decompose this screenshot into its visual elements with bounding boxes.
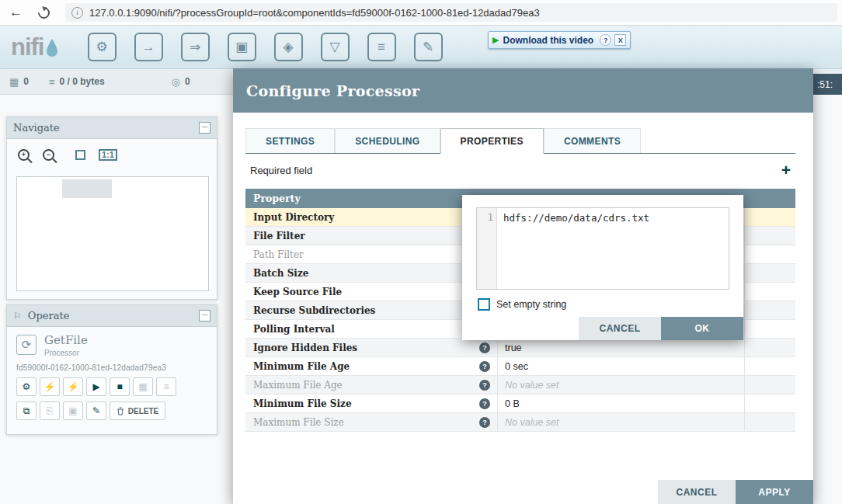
property-value[interactable]: No value set (497, 413, 744, 431)
lightning-slash-icon: ⚡ (68, 381, 79, 392)
address-bar[interactable]: i 127.0.0.1:9090/nifi/?processGroupId=ro… (65, 3, 837, 22)
enable-button[interactable]: ⚡ (40, 377, 60, 396)
property-name: Minimum File Age (253, 361, 350, 372)
table-row[interactable]: Maximum File Age? No value set (245, 376, 795, 395)
trash-icon (117, 407, 124, 415)
required-field-row: Required field + (250, 162, 795, 178)
fill-color-button[interactable]: ✎ (86, 401, 106, 420)
required-field-label: Required field (250, 165, 312, 176)
component-name: GetFile (44, 335, 88, 346)
tab-comments[interactable]: COMMENTS (544, 128, 641, 153)
funnel-icon[interactable]: ▽ (321, 33, 350, 61)
stat-transmitting-value: 0 (185, 76, 190, 87)
help-icon[interactable]: ? (479, 342, 490, 353)
disable-button[interactable]: ⚡ (63, 377, 83, 396)
table-row[interactable]: Maximum File Size? No value set (245, 413, 795, 432)
start-button[interactable]: ▶ (86, 377, 106, 396)
property-value[interactable]: No value set (497, 376, 744, 394)
editor-ok-button[interactable]: OK (661, 317, 743, 340)
table-row[interactable]: Minimum File Age? 0 sec (245, 357, 795, 376)
help-icon[interactable]: ? (479, 398, 490, 409)
paste-button[interactable]: ⎘ (40, 401, 60, 420)
property-value[interactable]: 0 sec (497, 357, 744, 375)
operate-buttons-row-1: ⚙ ⚡ ⚡ ▶ ■ ▦ ≡ (7, 372, 217, 396)
property-name: Input Directory (253, 212, 334, 223)
zoom-actual-size-button[interactable]: 1:1 (99, 149, 117, 161)
operate-panel: ⚐ Operate − ⟳ GetFile Processor fd59000f… (6, 304, 217, 435)
configure-button[interactable]: ⚙ (16, 377, 37, 396)
property-name: Batch Size (253, 268, 308, 279)
reload-icon[interactable] (36, 4, 52, 20)
input-port-icon[interactable]: → (134, 33, 163, 61)
copy-icon: ⧉ (23, 405, 30, 416)
table-row[interactable]: Minimum File Size? 0 B (245, 395, 795, 413)
component-type: Processor (44, 349, 88, 357)
template-button[interactable]: ≡ (156, 377, 176, 396)
plus-icon: + (19, 150, 28, 159)
download-video-overlay[interactable]: ▶ Download this video ? X (488, 31, 631, 49)
property-value[interactable]: true (497, 339, 744, 356)
stat-queued-value: 0 / 0 bytes (60, 76, 105, 87)
help-icon[interactable]: ? (479, 380, 490, 391)
set-empty-string-checkbox[interactable] (478, 298, 490, 311)
editor-cancel-button[interactable]: CANCEL (579, 317, 661, 340)
property-value[interactable]: 0 B (497, 395, 744, 412)
gear-icon: ⚙ (23, 381, 31, 392)
stop-icon: ■ (117, 381, 122, 392)
operate-panel-header: ⚐ Operate − (7, 305, 217, 327)
tab-scheduling[interactable]: SCHEDULING (335, 128, 440, 153)
tab-settings[interactable]: SETTINGS (245, 128, 335, 153)
zoom-fit-button[interactable] (75, 150, 85, 160)
table-row[interactable]: Ignore Hidden Files? true (245, 339, 795, 357)
operate-collapse-icon[interactable]: − (199, 310, 210, 322)
nifi-header-toolbar: nifi ⚙ → ⇒ ▣ ◈ ▽ ≡ ✎ (0, 26, 842, 69)
site-info-icon[interactable]: i (71, 7, 83, 19)
property-name: Path Filter (253, 249, 304, 260)
add-property-button[interactable]: + (781, 162, 791, 178)
remote-process-group-icon[interactable]: ◈ (274, 33, 303, 61)
zoom-in-button[interactable]: + (18, 149, 30, 161)
download-help-icon[interactable]: ? (600, 34, 611, 46)
download-close-icon[interactable]: X (614, 34, 626, 46)
delete-button[interactable]: DELETE (110, 401, 165, 420)
property-name: File Filter (253, 231, 305, 242)
property-name: Minimum File Size (253, 398, 352, 409)
property-name: Maximum File Age (253, 380, 343, 391)
output-port-icon[interactable]: ⇒ (181, 33, 210, 61)
dialog-cancel-button[interactable]: CANCEL (658, 480, 736, 504)
component-id: fd59000f-0162-1000-81ed-12dadad79ea3 (7, 357, 217, 372)
ungroup-button[interactable]: ▣ (63, 401, 83, 420)
copy-button[interactable]: ⧉ (16, 401, 37, 420)
template-small-icon: ≡ (163, 381, 169, 392)
minimap[interactable] (16, 176, 209, 291)
property-name: Ignore Hidden Files (253, 342, 357, 353)
circle-icon: ◎ (172, 76, 180, 88)
download-video-label[interactable]: Download this video (503, 35, 593, 46)
back-icon[interactable]: ← (9, 5, 23, 20)
stat-threads-value: 0 (23, 76, 29, 87)
help-icon[interactable]: ? (479, 417, 490, 428)
value-editor-text[interactable]: hdfs://demo/data/cdrs.txt (497, 208, 656, 289)
ungroup-icon: ▣ (68, 405, 77, 416)
minimap-viewport[interactable] (62, 179, 112, 198)
processor-icon[interactable]: ⚙ (88, 33, 117, 61)
nifi-logo: nifi (11, 36, 60, 59)
tab-properties[interactable]: PROPERTIES (440, 128, 544, 154)
value-editor[interactable]: 1 hdfs://demo/data/cdrs.txt (476, 207, 729, 290)
navigate-panel: Navigate − + − 1:1 (6, 116, 217, 300)
help-icon[interactable]: ? (479, 361, 490, 372)
stat-transmitting: ◎ 0 (172, 76, 190, 88)
template-icon[interactable]: ≡ (367, 33, 396, 61)
stop-button[interactable]: ■ (110, 377, 130, 396)
group-icon: ▦ (138, 381, 147, 392)
dialog-apply-button[interactable]: APPLY (736, 480, 813, 504)
navigate-collapse-icon[interactable]: − (199, 122, 210, 134)
group-button[interactable]: ▦ (133, 377, 153, 396)
zoom-out-button[interactable]: − (43, 149, 54, 161)
label-icon[interactable]: ✎ (414, 33, 443, 61)
operate-buttons-row-2: ⧉ ⎘ ▣ ✎ DELETE (7, 396, 217, 420)
nifi-logo-drop-icon (44, 37, 60, 59)
delete-label: DELETE (128, 407, 158, 415)
process-group-icon[interactable]: ▣ (228, 33, 256, 61)
navigate-panel-header: Navigate − (7, 117, 217, 139)
